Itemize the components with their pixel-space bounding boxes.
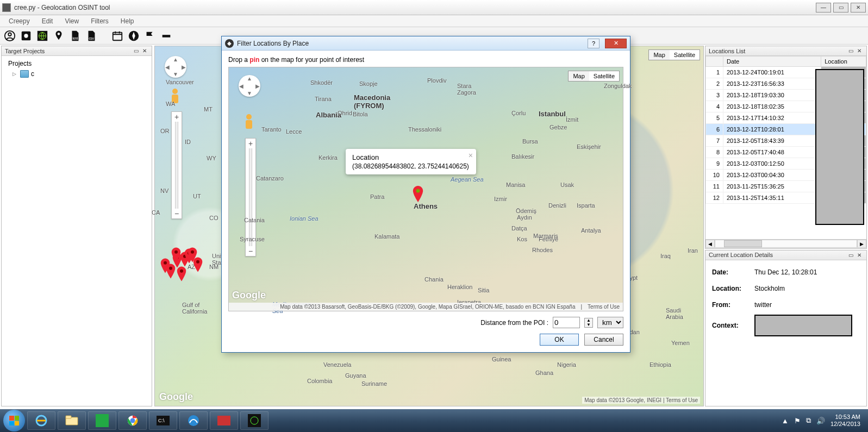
panel-close-button[interactable]: ✕	[855, 251, 863, 259]
flag-icon[interactable]	[143, 29, 157, 42]
map-label: Saudi Arabia	[666, 307, 683, 320]
tray-network-icon[interactable]: ⧉	[806, 416, 811, 425]
compass-icon[interactable]	[127, 29, 140, 42]
panel-close-button[interactable]: ✕	[141, 47, 148, 55]
map-label: Antalya	[581, 227, 601, 234]
taskbar-app1-icon[interactable]	[88, 411, 116, 430]
panel-float-button[interactable]: ▭	[847, 251, 854, 259]
taskbar-explorer-icon[interactable]	[58, 411, 86, 430]
map-label: Bitola	[353, 111, 368, 117]
tree-expander-icon[interactable]: ▷	[13, 71, 18, 77]
taskbar-app2-icon[interactable]	[179, 411, 208, 430]
map-label: Izmir	[494, 196, 507, 202]
svg-point-21	[416, 189, 420, 193]
dialog-pan-control[interactable]: ▲▼▶◀	[239, 75, 260, 97]
export-csv-icon[interactable]: csv	[85, 29, 98, 42]
dropped-pin-icon[interactable]	[413, 186, 423, 203]
zoom-out-button[interactable]: −	[172, 209, 182, 218]
info-window-close[interactable]: ×	[469, 151, 473, 160]
tray-flag-icon[interactable]: ⚑	[794, 417, 801, 425]
filter-locations-dialog: ◆ Filter Locations By Place ? ✕ Drop a p…	[221, 36, 630, 353]
project-tree-item[interactable]: ▷ c	[5, 69, 148, 79]
map-marker-icon[interactable]	[177, 266, 186, 281]
svg-point-19	[180, 270, 183, 273]
dialog-zoom-out[interactable]: −	[246, 246, 255, 256]
map-label: NV	[160, 187, 168, 194]
dialog-help-button[interactable]: ?	[588, 39, 600, 48]
dialog-map-type-map[interactable]: Map	[569, 71, 589, 81]
scroll-right-arrow[interactable]: ▶	[857, 240, 866, 248]
map-label: Iran	[688, 247, 698, 254]
dialog-instruction: Drop a pin on the map for your point of …	[228, 56, 623, 64]
menu-edit[interactable]: Edit	[36, 16, 59, 26]
map-type-map[interactable]: Map	[649, 50, 669, 60]
export-kml-icon[interactable]: kml	[68, 29, 82, 42]
minimize-button[interactable]: —	[816, 3, 831, 12]
map-marker-icon[interactable]	[171, 247, 181, 262]
tray-clock[interactable]: 10:53 AM 12/24/2013	[830, 414, 860, 428]
ok-button[interactable]: OK	[540, 334, 579, 346]
minus-icon[interactable]	[160, 29, 173, 42]
map-label: Gulf of California	[182, 302, 207, 315]
taskbar-cmd-icon[interactable]: C:\	[149, 411, 177, 430]
dialog-close-button[interactable]: ✕	[605, 39, 627, 48]
map-pin-icon[interactable]	[52, 29, 65, 42]
taskbar-ie-icon[interactable]	[27, 411, 55, 430]
tray-show-hidden-icon[interactable]: ▲	[782, 417, 789, 425]
panel-close-button[interactable]: ✕	[855, 47, 863, 55]
menu-help[interactable]: Help	[115, 16, 140, 26]
map-label: Plovdiv	[427, 77, 446, 84]
scroll-left-arrow[interactable]: ◀	[705, 240, 715, 248]
tray-volume-icon[interactable]: 🔊	[816, 417, 825, 425]
cancel-button[interactable]: Cancel	[584, 334, 623, 346]
map-type-toggle[interactable]: Map Satellite	[648, 49, 700, 60]
user-circle-icon[interactable]	[3, 29, 16, 42]
map-label: ID	[185, 139, 191, 145]
taskbar-app3-icon[interactable]	[210, 411, 238, 430]
dialog-titlebar[interactable]: ◆ Filter Locations By Place ? ✕	[222, 36, 630, 51]
dialog-zoom-in[interactable]: +	[246, 139, 255, 148]
dialog-map-type-satellite[interactable]: Satellite	[589, 71, 619, 81]
zoom-in-button[interactable]: +	[172, 112, 182, 122]
calendar-icon[interactable]	[111, 29, 124, 42]
map-type-satellite[interactable]: Satellite	[670, 50, 700, 60]
distance-input[interactable]	[553, 317, 580, 328]
panel-float-button[interactable]: ▭	[847, 47, 854, 55]
panel-float-button[interactable]: ▭	[132, 47, 140, 55]
svg-text:csv: csv	[89, 36, 94, 40]
taskbar-creepy-icon[interactable]	[240, 411, 268, 430]
map-pan-control[interactable]: ▲▼▶◀	[165, 56, 186, 78]
taskbar-chrome-icon[interactable]	[118, 411, 147, 430]
locations-list-title: Locations List	[709, 48, 745, 54]
map-label: Marmaris	[533, 233, 558, 239]
dialog-map-type-toggle[interactable]: Map Satellite	[568, 71, 620, 82]
scroll-thumb[interactable]	[724, 240, 762, 247]
close-button[interactable]: ✕	[851, 3, 866, 12]
dialog-map[interactable]: Map Satellite ▲▼▶◀ + − AlbaniaMacedonia …	[228, 67, 623, 311]
map-label: Stara Zagora	[457, 83, 476, 96]
map-zoom-control[interactable]: + −	[171, 111, 182, 219]
svg-rect-9	[113, 32, 122, 40]
map-label: Shkodër	[310, 79, 333, 86]
dialog-pegman-icon[interactable]	[244, 114, 254, 130]
map-label: Ionian Sea	[290, 215, 319, 222]
table-horizontal-scrollbar[interactable]: ◀ ▶	[705, 239, 866, 248]
menu-creepy[interactable]: Creepy	[3, 16, 35, 26]
project-folder-icon	[20, 70, 29, 78]
col-date[interactable]: Date	[723, 57, 821, 67]
distance-spinner[interactable]: ▲▼	[584, 318, 593, 328]
windows-taskbar[interactable]: C:\ ▲ ⚑ ⧉ 🔊 10:53 AM 12/24/2013	[0, 409, 868, 432]
globe-dark-icon[interactable]	[36, 29, 49, 42]
col-location[interactable]: Location	[821, 57, 866, 67]
svg-point-1	[8, 33, 11, 36]
target-square-icon[interactable]	[20, 29, 33, 42]
map-label: WA	[166, 101, 175, 107]
distance-unit-select[interactable]: km	[597, 317, 623, 328]
detail-date-value: Thu Dec 12, 10:28:01	[754, 266, 817, 279]
maximize-button[interactable]: ▭	[833, 3, 848, 12]
map-marker-icon[interactable]	[193, 257, 203, 272]
menu-filters[interactable]: Filters	[85, 16, 114, 26]
menu-view[interactable]: View	[59, 16, 84, 26]
map-label: Macedonia (FYROM)	[354, 93, 390, 110]
start-button[interactable]	[3, 410, 25, 431]
